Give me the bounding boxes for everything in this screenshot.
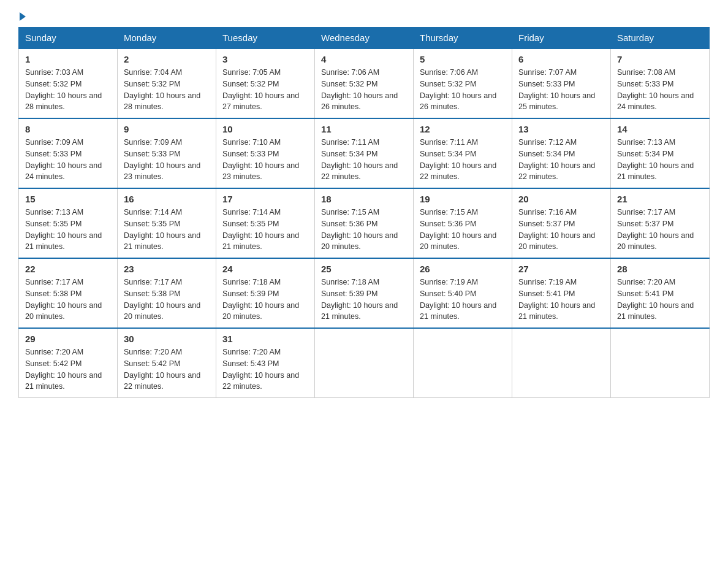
day-number: 9 [124,124,210,134]
day-number: 23 [124,264,210,274]
calendar-day-cell: 2 Sunrise: 7:04 AMSunset: 5:32 PMDayligh… [118,48,216,118]
day-number: 30 [124,334,210,344]
day-of-week-header: Monday [118,28,216,49]
calendar-day-cell: 12 Sunrise: 7:11 AMSunset: 5:34 PMDaylig… [414,118,512,188]
day-info: Sunrise: 7:13 AMSunset: 5:34 PMDaylight:… [617,138,694,181]
calendar-day-cell: 14 Sunrise: 7:13 AMSunset: 5:34 PMDaylig… [611,118,710,188]
calendar-day-cell: 4 Sunrise: 7:06 AMSunset: 5:32 PMDayligh… [315,48,414,118]
day-info: Sunrise: 7:20 AMSunset: 5:41 PMDaylight:… [617,278,694,321]
page-header [18,12,710,21]
day-number: 17 [222,194,308,204]
logo-arrow-icon [20,12,26,21]
calendar-week-row: 8 Sunrise: 7:09 AMSunset: 5:33 PMDayligh… [19,118,710,188]
day-number: 26 [420,264,506,274]
day-info: Sunrise: 7:10 AMSunset: 5:33 PMDaylight:… [222,138,299,181]
logo [18,12,27,21]
day-info: Sunrise: 7:05 AMSunset: 5:32 PMDaylight:… [222,68,299,111]
day-number: 13 [518,124,604,134]
day-info: Sunrise: 7:19 AMSunset: 5:41 PMDaylight:… [518,278,595,321]
day-number: 20 [518,194,604,204]
day-number: 8 [25,124,111,134]
day-info: Sunrise: 7:18 AMSunset: 5:39 PMDaylight:… [222,278,299,321]
calendar-day-cell: 20 Sunrise: 7:16 AMSunset: 5:37 PMDaylig… [512,188,611,258]
calendar-day-cell: 31 Sunrise: 7:20 AMSunset: 5:43 PMDaylig… [216,328,315,398]
calendar-day-cell [611,328,710,398]
day-number: 3 [222,54,308,64]
day-info: Sunrise: 7:19 AMSunset: 5:40 PMDaylight:… [420,278,496,321]
day-of-week-header: Saturday [611,28,710,49]
day-of-week-header: Thursday [414,28,512,49]
calendar-week-row: 29 Sunrise: 7:20 AMSunset: 5:42 PMDaylig… [19,328,710,398]
day-info: Sunrise: 7:08 AMSunset: 5:33 PMDaylight:… [617,68,694,111]
calendar-day-cell: 9 Sunrise: 7:09 AMSunset: 5:33 PMDayligh… [118,118,216,188]
day-number: 14 [617,124,703,134]
day-info: Sunrise: 7:14 AMSunset: 5:35 PMDaylight:… [124,208,200,251]
day-number: 24 [222,264,308,274]
day-number: 10 [222,124,308,134]
day-number: 2 [124,54,210,64]
calendar-day-cell: 30 Sunrise: 7:20 AMSunset: 5:42 PMDaylig… [118,328,216,398]
day-number: 29 [25,334,111,344]
calendar-day-cell: 21 Sunrise: 7:17 AMSunset: 5:37 PMDaylig… [611,188,710,258]
calendar-day-cell: 10 Sunrise: 7:10 AMSunset: 5:33 PMDaylig… [216,118,315,188]
day-of-week-header: Tuesday [216,28,315,49]
day-of-week-header: Sunday [19,28,118,49]
day-info: Sunrise: 7:17 AMSunset: 5:38 PMDaylight:… [25,278,102,321]
day-info: Sunrise: 7:20 AMSunset: 5:42 PMDaylight:… [25,348,102,391]
day-number: 25 [321,264,407,274]
day-number: 22 [25,264,111,274]
day-info: Sunrise: 7:11 AMSunset: 5:34 PMDaylight:… [420,138,496,181]
calendar-day-cell: 18 Sunrise: 7:15 AMSunset: 5:36 PMDaylig… [315,188,414,258]
day-info: Sunrise: 7:06 AMSunset: 5:32 PMDaylight:… [420,68,496,111]
day-number: 12 [420,124,506,134]
calendar-day-cell [414,328,512,398]
calendar-day-cell: 1 Sunrise: 7:03 AMSunset: 5:32 PMDayligh… [19,48,118,118]
day-info: Sunrise: 7:06 AMSunset: 5:32 PMDaylight:… [321,68,398,111]
day-number: 16 [124,194,210,204]
calendar-week-row: 22 Sunrise: 7:17 AMSunset: 5:38 PMDaylig… [19,258,710,328]
day-number: 15 [25,194,111,204]
day-info: Sunrise: 7:18 AMSunset: 5:39 PMDaylight:… [321,278,398,321]
day-info: Sunrise: 7:07 AMSunset: 5:33 PMDaylight:… [518,68,595,111]
calendar-week-row: 15 Sunrise: 7:13 AMSunset: 5:35 PMDaylig… [19,188,710,258]
day-info: Sunrise: 7:15 AMSunset: 5:36 PMDaylight:… [420,208,496,251]
calendar-day-cell: 29 Sunrise: 7:20 AMSunset: 5:42 PMDaylig… [19,328,118,398]
calendar-table: SundayMondayTuesdayWednesdayThursdayFrid… [18,27,710,398]
day-info: Sunrise: 7:20 AMSunset: 5:43 PMDaylight:… [222,348,299,391]
day-number: 6 [518,54,604,64]
day-info: Sunrise: 7:09 AMSunset: 5:33 PMDaylight:… [124,138,200,181]
day-number: 18 [321,194,407,204]
calendar-day-cell: 28 Sunrise: 7:20 AMSunset: 5:41 PMDaylig… [611,258,710,328]
day-info: Sunrise: 7:17 AMSunset: 5:38 PMDaylight:… [124,278,200,321]
calendar-day-cell: 19 Sunrise: 7:15 AMSunset: 5:36 PMDaylig… [414,188,512,258]
calendar-day-cell: 23 Sunrise: 7:17 AMSunset: 5:38 PMDaylig… [118,258,216,328]
calendar-day-cell: 15 Sunrise: 7:13 AMSunset: 5:35 PMDaylig… [19,188,118,258]
calendar-day-cell [315,328,414,398]
calendar-day-cell: 8 Sunrise: 7:09 AMSunset: 5:33 PMDayligh… [19,118,118,188]
day-number: 11 [321,124,407,134]
day-info: Sunrise: 7:03 AMSunset: 5:32 PMDaylight:… [25,68,102,111]
calendar-day-cell: 7 Sunrise: 7:08 AMSunset: 5:33 PMDayligh… [611,48,710,118]
calendar-day-cell: 24 Sunrise: 7:18 AMSunset: 5:39 PMDaylig… [216,258,315,328]
day-info: Sunrise: 7:13 AMSunset: 5:35 PMDaylight:… [25,208,102,251]
calendar-day-cell: 13 Sunrise: 7:12 AMSunset: 5:34 PMDaylig… [512,118,611,188]
day-number: 1 [25,54,111,64]
day-info: Sunrise: 7:09 AMSunset: 5:33 PMDaylight:… [25,138,102,181]
calendar-day-cell: 3 Sunrise: 7:05 AMSunset: 5:32 PMDayligh… [216,48,315,118]
calendar-day-cell: 16 Sunrise: 7:14 AMSunset: 5:35 PMDaylig… [118,188,216,258]
day-number: 5 [420,54,506,64]
calendar-day-cell: 22 Sunrise: 7:17 AMSunset: 5:38 PMDaylig… [19,258,118,328]
calendar-day-cell: 25 Sunrise: 7:18 AMSunset: 5:39 PMDaylig… [315,258,414,328]
day-number: 21 [617,194,703,204]
logo-text [18,12,27,21]
day-number: 27 [518,264,604,274]
calendar-week-row: 1 Sunrise: 7:03 AMSunset: 5:32 PMDayligh… [19,48,710,118]
calendar-day-cell: 17 Sunrise: 7:14 AMSunset: 5:35 PMDaylig… [216,188,315,258]
day-info: Sunrise: 7:11 AMSunset: 5:34 PMDaylight:… [321,138,398,181]
calendar-day-cell: 11 Sunrise: 7:11 AMSunset: 5:34 PMDaylig… [315,118,414,188]
day-info: Sunrise: 7:12 AMSunset: 5:34 PMDaylight:… [518,138,595,181]
day-number: 7 [617,54,703,64]
day-info: Sunrise: 7:20 AMSunset: 5:42 PMDaylight:… [124,348,200,391]
calendar-day-cell: 6 Sunrise: 7:07 AMSunset: 5:33 PMDayligh… [512,48,611,118]
day-number: 31 [222,334,308,344]
